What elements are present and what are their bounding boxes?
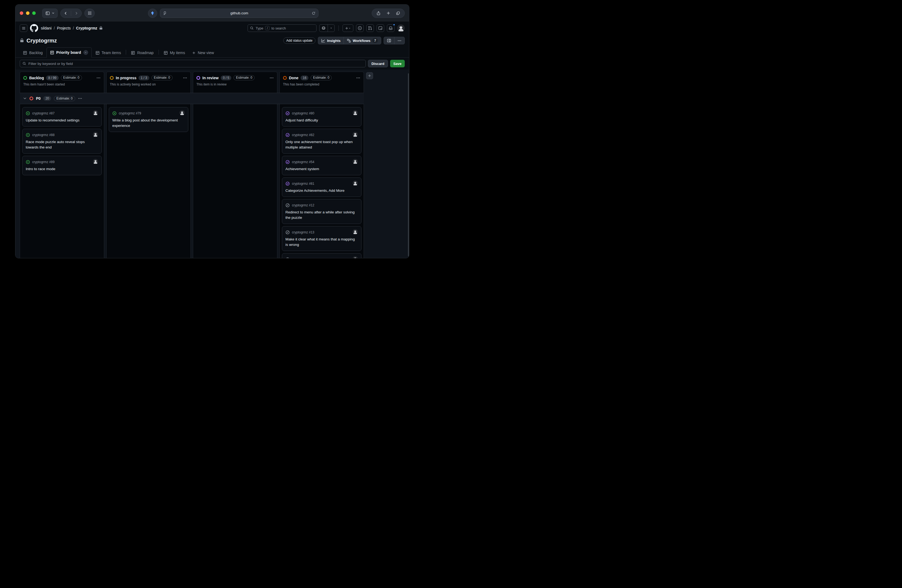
- filter-bar: Discard Save: [16, 58, 409, 69]
- assignee-avatar[interactable]: [179, 110, 185, 116]
- pull-requests-button[interactable]: [366, 24, 374, 32]
- tab-priority-board[interactable]: Priority board: [47, 47, 92, 58]
- card-ref: cryptogrmz #79: [119, 111, 141, 115]
- forward-button[interactable]: [71, 9, 81, 17]
- group-menu-button[interactable]: [78, 96, 82, 101]
- tab-overview-button[interactable]: [393, 9, 403, 17]
- notification-badge: [393, 23, 395, 26]
- assignee-avatar[interactable]: [352, 110, 358, 116]
- column-menu-button[interactable]: [96, 76, 101, 80]
- tab-group-button[interactable]: [85, 9, 95, 18]
- status-dot-in-review: [196, 76, 200, 80]
- card-ref: cryptogrmz #80: [292, 111, 315, 115]
- share-button[interactable]: [374, 9, 384, 17]
- filter-input[interactable]: [28, 62, 363, 66]
- tab-label: Priority board: [56, 50, 81, 55]
- extension-gem-icon: [151, 11, 155, 16]
- tab-my-items[interactable]: My items: [160, 48, 188, 57]
- column-menu-button[interactable]: [269, 76, 274, 80]
- card[interactable]: cryptogrmz #82 Only one achievement toas…: [282, 129, 362, 153]
- inbox-icon: [388, 26, 393, 30]
- assignee-avatar[interactable]: [352, 180, 358, 186]
- card[interactable]: cryptogrmz #13 Make it clear what it mea…: [282, 226, 362, 251]
- sidebar-toggle-button[interactable]: [42, 9, 58, 18]
- save-button[interactable]: Save: [390, 60, 405, 67]
- card[interactable]: cryptogrmz #79 Write a blog post about t…: [109, 107, 188, 132]
- assignee-avatar[interactable]: [352, 229, 358, 235]
- lock-icon: [99, 26, 103, 30]
- collapse-group-button[interactable]: [23, 97, 27, 100]
- card-ref: cryptogrmz #88: [32, 133, 55, 137]
- tab-team-items[interactable]: Team items: [92, 48, 124, 57]
- column-menu-button[interactable]: [356, 76, 360, 80]
- assignee-avatar[interactable]: [352, 132, 358, 137]
- assignee-avatar[interactable]: [93, 159, 98, 164]
- search-icon: [250, 26, 254, 30]
- column-menu-button[interactable]: [183, 76, 187, 80]
- tab-roadmap[interactable]: Roadmap: [128, 48, 157, 57]
- closed-completed-icon: [285, 160, 290, 164]
- card[interactable]: cryptogrmz #80 Adjust hard difficulty: [282, 107, 362, 127]
- column-description: This item is in review: [196, 83, 274, 86]
- card[interactable]: cryptogrmz #89 Intro to race mode: [22, 156, 102, 175]
- discard-button[interactable]: Discard: [368, 60, 388, 67]
- reload-icon[interactable]: [312, 11, 315, 15]
- card[interactable]: cryptogrmz #3: [282, 253, 362, 258]
- new-view-button[interactable]: New view: [189, 48, 217, 57]
- breadcrumb-project[interactable]: Cryptogrmz: [76, 26, 103, 30]
- side-panel-button[interactable]: [384, 37, 394, 44]
- breadcrumb-user[interactable]: sildani: [41, 26, 52, 30]
- close-button[interactable]: [20, 11, 23, 15]
- project-title-row: Cryptogrmz Add status update Insights Wo…: [16, 34, 409, 47]
- user-avatar[interactable]: [397, 24, 405, 32]
- column-name: Backlog: [29, 76, 44, 80]
- notifications-button[interactable]: [387, 24, 395, 32]
- workflows-button[interactable]: Workflows 7: [344, 37, 381, 44]
- tab-backlog[interactable]: Backlog: [20, 48, 46, 57]
- card-title: Update to recommended settings: [26, 118, 98, 123]
- zoom-button[interactable]: [32, 11, 36, 15]
- workflows-label: Workflows: [353, 39, 371, 43]
- insights-button[interactable]: Insights: [318, 37, 344, 44]
- page-scrollbar[interactable]: [408, 73, 409, 256]
- card[interactable]: cryptogrmz #54 Achievement system: [282, 156, 362, 175]
- add-status-update-button[interactable]: Add status update: [283, 38, 315, 44]
- card[interactable]: cryptogrmz #12 Redirect to menu after a …: [282, 199, 362, 224]
- assignee-avatar[interactable]: [93, 110, 98, 116]
- project-menu-button[interactable]: [395, 37, 404, 44]
- issues-button[interactable]: [356, 24, 363, 32]
- open-issue-icon: [112, 111, 117, 116]
- estimate-pill: Estimate: 0: [233, 75, 255, 80]
- board-view-icon: [50, 50, 54, 55]
- column-name: Done: [289, 76, 298, 80]
- closed-completed-icon: [285, 111, 290, 116]
- card[interactable]: cryptogrmz #81 Categorize Achievements, …: [282, 177, 362, 197]
- search-icon: [22, 62, 26, 66]
- back-button[interactable]: [61, 9, 71, 17]
- global-search-input[interactable]: Type / to search: [247, 24, 316, 32]
- estimate-pill: Estimate: 0: [311, 75, 332, 80]
- breadcrumb-section[interactable]: Projects: [57, 26, 71, 30]
- assignee-avatar[interactable]: [93, 132, 98, 137]
- create-new-button[interactable]: [343, 24, 353, 32]
- add-column-button[interactable]: [366, 72, 373, 79]
- card[interactable]: cryptogrmz #87 Update to recommended set…: [22, 107, 102, 127]
- copilot-caret[interactable]: [328, 25, 334, 32]
- assignee-avatar[interactable]: [352, 159, 358, 164]
- status-dot-done: [283, 76, 287, 80]
- card[interactable]: cryptogrmz #88 Race mode puzzle auto rev…: [22, 129, 102, 153]
- projects-button[interactable]: [377, 24, 384, 32]
- window-controls: [20, 11, 36, 15]
- hamburger-menu-button[interactable]: [20, 24, 27, 32]
- minimize-button[interactable]: [26, 11, 30, 15]
- page-settings-icon: [163, 11, 167, 15]
- slash-keycap: /: [265, 26, 269, 30]
- extension-button[interactable]: [148, 9, 157, 18]
- address-bar[interactable]: github.com: [160, 9, 318, 18]
- github-logo-icon[interactable]: [30, 24, 38, 32]
- view-options-button[interactable]: [83, 50, 88, 55]
- column-count-badge: 1 / 3: [138, 75, 149, 80]
- group-name: P0: [36, 96, 41, 101]
- new-tab-button[interactable]: [384, 9, 393, 17]
- copilot-button[interactable]: [319, 24, 335, 32]
